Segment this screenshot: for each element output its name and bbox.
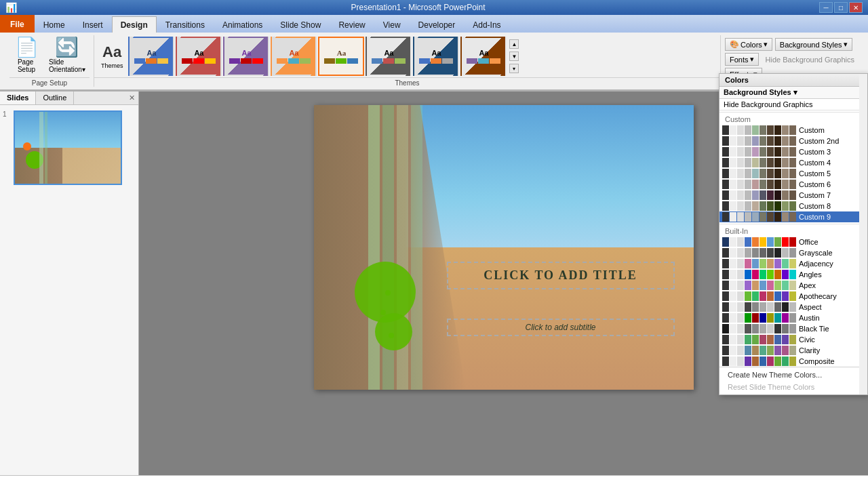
fonts-arrow: ▾ [750, 55, 754, 64]
theme-aa-8: Aa [479, 49, 488, 57]
dropdown-item-custom1[interactable]: Custom [719, 125, 867, 136]
subtitle-placeholder[interactable]: Click to add subtitle [447, 319, 675, 336]
fonts-button[interactable]: Fonts ▾ [725, 53, 759, 66]
dropdown-item-custom9[interactable]: Custom 9 [719, 211, 867, 222]
theme-item-5[interactable]: Aa [318, 37, 364, 76]
theme-item-8[interactable]: Aa [460, 37, 507, 76]
page-setup-button[interactable]: 📄 PageSetup [9, 35, 43, 76]
bg-styles-label: Background Styles [780, 41, 842, 49]
theme-item-4[interactable]: Aa [271, 37, 317, 76]
tab-view[interactable]: View [374, 16, 410, 33]
dropdown-item-custom2[interactable]: Custom 2nd [719, 136, 867, 146]
tab-design[interactable]: Design [112, 16, 157, 33]
tab-file[interactable]: File [0, 15, 35, 33]
tab-developer[interactable]: Developer [410, 16, 465, 33]
app-icon: 📊 [5, 2, 17, 13]
theme-aa-4: Aa [289, 49, 298, 57]
theme-colors-8 [467, 58, 500, 64]
dropdown-item-custom6[interactable]: Custom 6 [719, 179, 867, 190]
panel-close-button[interactable]: ✕ [125, 92, 138, 104]
dropdown-item-angles[interactable]: Angles [719, 269, 867, 280]
preview-orange-dot [23, 142, 31, 150]
tab-review[interactable]: Review [330, 16, 374, 33]
dropdown-scrollbar[interactable] [859, 74, 867, 394]
colors-dropdown: Colors Background Styles ▾ Hide Backgrou… [719, 73, 868, 395]
reset-colors-button[interactable]: Reset Slide Theme Colors [719, 381, 867, 393]
slide-dot-3 [389, 333, 394, 338]
theme-colors-1 [134, 58, 168, 64]
theme-colors-4 [277, 58, 311, 64]
theme-item-6[interactable]: Aa [366, 37, 412, 76]
themes-aa-button[interactable]: Aa Themes [97, 41, 127, 72]
slide-canvas[interactable]: CLICK TO ADD TITLE Click to add subtitle [314, 105, 694, 390]
hide-bg-graphics-button[interactable]: Hide Background Graphics [762, 53, 859, 66]
tab-slideshow[interactable]: Slide Show [271, 16, 330, 33]
fonts-label: Fonts [730, 56, 749, 64]
background-styles-button[interactable]: Background Styles ▾ [775, 38, 852, 51]
tab-addins[interactable]: Add-Ins [464, 16, 509, 33]
theme-item-2[interactable]: Aa [176, 37, 222, 76]
theme-colors-6 [372, 58, 406, 64]
tab-animations[interactable]: Animations [214, 16, 271, 33]
notes-area[interactable]: Click to add notes [0, 475, 868, 488]
dropdown-item-custom7[interactable]: Custom 7 [719, 190, 867, 201]
bg-styles-arrow: ▾ [844, 40, 848, 49]
dropdown-item-apex[interactable]: Apex [719, 280, 867, 291]
dropdown-item-austin[interactable]: Austin [719, 312, 867, 323]
dropdown-item-custom4[interactable]: Custom 4 [719, 157, 867, 168]
theme-item-1[interactable]: Aa [128, 37, 174, 76]
panel-tab-slides[interactable]: Slides [0, 92, 36, 104]
slide-preview-1[interactable] [14, 110, 122, 185]
window-controls: ─ □ ✕ [819, 2, 863, 13]
theme-aa-1: Aa [146, 49, 156, 57]
page-setup-group-label: Page Setup [9, 77, 90, 87]
dropdown-item-composite[interactable]: Composite [719, 356, 867, 367]
colors-icon: 🎨 [730, 40, 739, 49]
dropdown-item-office[interactable]: Office [719, 237, 867, 247]
title-bar-left: 📊 [5, 2, 17, 13]
minimize-button[interactable]: ─ [819, 2, 833, 13]
slide-orientation-button[interactable]: 🔄 SlideOrientation▾ [45, 35, 90, 76]
theme-aa-3: Aa [241, 49, 251, 57]
themes-scroll-down[interactable]: ▼ [509, 52, 519, 61]
preview-sky [15, 112, 121, 148]
themes-scroll-more[interactable]: ▾ [509, 64, 519, 73]
dropdown-item-blacktie[interactable]: Black Tie [719, 323, 867, 334]
colors-arrow: ▾ [764, 40, 768, 49]
dropdown-item-aspect[interactable]: Aspect [719, 302, 867, 312]
dropdown-item-custom5[interactable]: Custom 5 [719, 168, 867, 179]
dropdown-item-grayscale[interactable]: Grayscale [719, 247, 867, 258]
tab-home[interactable]: Home [35, 16, 74, 33]
theme-item-3[interactable]: Aa [223, 37, 269, 76]
colors-label: Colors [741, 41, 762, 49]
create-new-colors-button[interactable]: Create New Theme Colors... [719, 369, 867, 381]
tab-insert[interactable]: Insert [74, 16, 112, 33]
dropdown-item-civic[interactable]: Civic [719, 334, 867, 345]
dropdown-item-custom3[interactable]: Custom 3 [719, 146, 867, 157]
close-button[interactable]: ✕ [849, 2, 863, 13]
page-setup-label: PageSetup [18, 58, 35, 73]
themes-group-label: Themes [94, 77, 720, 87]
dropdown-header: Colors [719, 74, 867, 87]
themes-scroll-up[interactable]: ▲ [509, 39, 519, 49]
orientation-icon: 🔄 [55, 38, 79, 57]
title-placeholder[interactable]: CLICK TO ADD TITLE [447, 262, 675, 289]
panel-tab-outline[interactable]: Outline [36, 92, 74, 104]
orientation-label: SlideOrientation▾ [49, 58, 85, 73]
theme-item-7[interactable]: Aa [413, 37, 459, 76]
hide-bg-graphics-label: Hide Background Graphics [724, 100, 812, 108]
dropdown-item-apothecary[interactable]: Apothecary [719, 291, 867, 302]
dropdown-item-adjacency[interactable]: Adjacency [719, 258, 867, 269]
tab-transitions[interactable]: Transitions [157, 16, 214, 33]
colors-button[interactable]: 🎨 Colors ▾ [725, 38, 772, 51]
left-panel: Slides Outline ✕ 1 [0, 92, 139, 475]
titlebar: 📊 Presentation1 - Microsoft PowerPoint ─… [0, 0, 868, 15]
maximize-button[interactable]: □ [834, 2, 848, 13]
hide-bg-graphics-row[interactable]: Hide Background Graphics [719, 99, 867, 110]
preview-strip2 [45, 112, 47, 184]
dropdown-item-clarity[interactable]: Clarity [719, 345, 867, 356]
hide-bg-label: Hide Background Graphics [766, 56, 854, 64]
dropdown-item-custom8[interactable]: Custom 8 [719, 201, 867, 211]
theme-aa-2: Aa [194, 49, 203, 57]
dropdown-footer: Create New Theme Colors... Reset Slide T… [719, 367, 867, 394]
